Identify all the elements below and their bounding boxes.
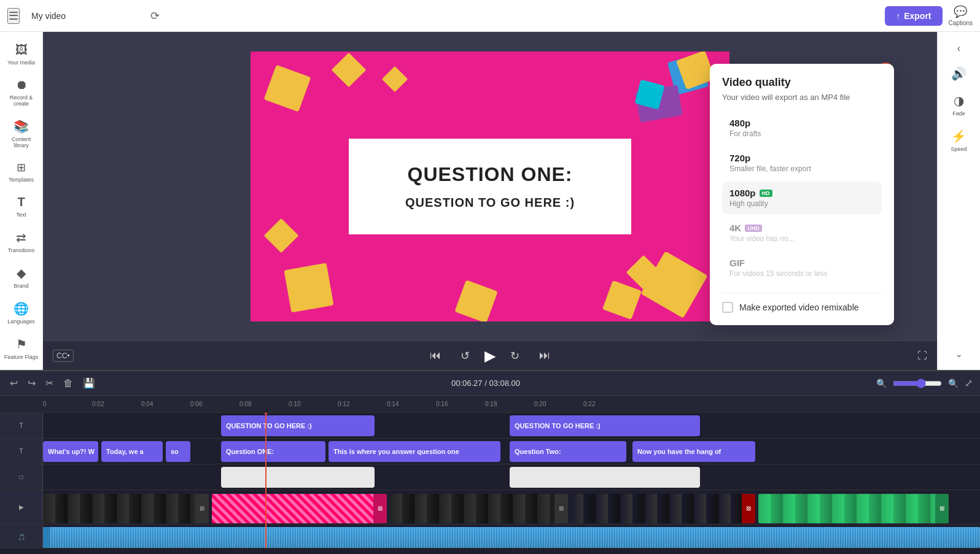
feature-flags-icon: ⚑: [16, 337, 27, 352]
remixable-checkbox[interactable]: [722, 302, 733, 313]
skip-forward-button[interactable]: ⏭: [534, 347, 555, 364]
ruler-mark: 0:02: [92, 401, 141, 407]
track-icon: T: [19, 448, 23, 455]
sidebar-item-label: Brand: [14, 283, 28, 289]
video-segment-1[interactable]: ⊠: [43, 494, 209, 523]
right-sidebar-expand[interactable]: ⌄: [939, 344, 979, 364]
expand-timeline-button[interactable]: ⤢: [965, 377, 973, 389]
menu-button[interactable]: ☰: [7, 8, 20, 24]
video-segment-5[interactable]: ⊠: [758, 494, 949, 523]
sidebar-item-templates[interactable]: ⊞ Templates: [2, 156, 41, 188]
ruler-mark: 0:10: [289, 401, 338, 407]
track-row-video: ▶ ⊠ ⊠ ⊠: [0, 490, 980, 525]
quality-dropdown-subtitle: Your video will export as an MP4 file: [722, 93, 882, 102]
sidebar-item-brand-kit[interactable]: ◆ Brand: [2, 261, 41, 294]
clip-whitebox-1[interactable]: [221, 467, 375, 488]
quality-option-480p[interactable]: 480p For drafts: [722, 112, 882, 144]
rewind-5-button[interactable]: ↺: [456, 347, 475, 365]
right-sidebar: ‹ 🔊 ◑ Fade ⚡ Speed ⌄: [937, 32, 980, 370]
clip-so[interactable]: so: [166, 441, 190, 462]
video-segment-4[interactable]: ⊠: [571, 494, 755, 523]
video-segment-3[interactable]: ⊠: [390, 494, 568, 523]
remixable-label: Make exported video remixable: [739, 302, 859, 312]
quality-dropdown: Video quality Your video will export as …: [710, 64, 894, 325]
quality-option-1080p[interactable]: 1080p HD High quality: [722, 182, 882, 214]
undo-button[interactable]: ↩: [7, 375, 20, 391]
ruler-mark: 0:12: [338, 401, 387, 407]
sidebar-item-feature-flags[interactable]: ⚑ Feature Flags: [2, 332, 41, 365]
transitions-icon: ⇄: [16, 230, 26, 245]
track-icon: 🎵: [18, 534, 25, 541]
clip-whatsup[interactable]: What's up?! W: [43, 441, 98, 462]
sidebar-item-label: Record & create: [4, 94, 39, 107]
zoom-controls: 🔍 🔍 ⤢: [874, 376, 973, 391]
sidebar-item-content-library[interactable]: 📚 Content library: [2, 114, 41, 153]
question-subtitle: QUESTION TO GO HERE :): [367, 196, 613, 210]
right-sidebar-speed[interactable]: ⚡ Speed: [939, 124, 979, 157]
forward-5-button[interactable]: ↻: [505, 347, 524, 365]
content-library-icon: 📚: [14, 119, 29, 134]
brand-kit-icon: ◆: [17, 266, 26, 280]
zoom-in-button[interactable]: 🔍: [946, 376, 961, 391]
video-segment-2[interactable]: ⊠: [212, 494, 387, 523]
track-row-text-clips: T What's up?! W Today, we a so Question …: [0, 439, 980, 464]
audio-waveform[interactable]: [43, 527, 980, 548]
expand-icon: ⌄: [955, 349, 963, 359]
track-content-video: ⊠ ⊠ ⊠ ⊠: [43, 493, 980, 525]
clip-question-two[interactable]: Question Two:: [510, 441, 626, 462]
sidebar-item-languages[interactable]: 🌐 Languages: [2, 296, 41, 329]
clip-question-one[interactable]: Question ONE:: [221, 441, 325, 462]
ruler-mark: 0:08: [239, 401, 289, 407]
play-button[interactable]: ▶: [484, 347, 496, 364]
main-layout: 🖼 Your media ⏺ Record & create 📚 Content…: [0, 32, 980, 370]
fade-icon: ◑: [954, 93, 964, 108]
quality-option-720p[interactable]: 720p Smaller file, faster export: [722, 147, 882, 179]
track-row-audio: 🎵: [0, 525, 980, 548]
sidebar-item-record-create[interactable]: ⏺ Record & create: [2, 73, 41, 112]
sidebar-item-label: Feature Flags: [4, 354, 39, 360]
right-sidebar-fade[interactable]: ◑ Fade: [939, 88, 979, 121]
right-sidebar-volume[interactable]: 🔊: [939, 61, 979, 86]
volume-icon: 🔊: [951, 66, 966, 81]
ruler-mark: 0:20: [534, 401, 583, 407]
sidebar-item-your-media[interactable]: 🖼 Your media: [2, 38, 41, 71]
clip-today[interactable]: Today, we a: [101, 441, 163, 462]
video-title-input[interactable]: [26, 8, 144, 24]
clip-whitebox-2[interactable]: [510, 467, 700, 488]
video-controls: CC• ⏮ ↺ ▶ ↻ ⏭ ⛶: [43, 340, 937, 370]
delete-button[interactable]: 🗑: [61, 375, 76, 391]
quality-option-4k: 4K UHD Your video has no...: [722, 217, 882, 249]
captions-button[interactable]: 💬 Captions: [949, 5, 973, 26]
redo-button[interactable]: ↪: [25, 375, 38, 391]
clip-now-you-have[interactable]: Now you have the hang of: [632, 441, 755, 462]
sidebar-item-label: Languages: [7, 318, 35, 325]
cut-button[interactable]: ✂: [43, 375, 56, 391]
zoom-slider[interactable]: [893, 379, 942, 388]
clip-question-2[interactable]: QUESTION TO GO HERE :): [510, 415, 700, 436]
sidebar-item-text[interactable]: T Text: [2, 190, 41, 223]
question-title: QUESTION ONE:: [367, 163, 613, 186]
ruler-mark: 0:06: [190, 401, 239, 407]
fade-label: Fade: [952, 110, 965, 117]
save-frame-button[interactable]: 💾: [80, 375, 98, 391]
canvas-area: QUESTION ONE: QUESTION TO GO HERE :) Vid…: [43, 32, 937, 340]
skip-back-button[interactable]: ⏮: [425, 347, 446, 364]
save-icon[interactable]: ⟳: [150, 9, 160, 23]
timeline-time-display: 00:06.27 / 03:08.00: [103, 379, 869, 388]
clip-question-1[interactable]: QUESTION TO GO HERE :): [221, 415, 375, 436]
right-sidebar-collapse[interactable]: ‹: [939, 38, 979, 59]
fullscreen-button[interactable]: ⛶: [917, 350, 927, 361]
uhd-badge: UHD: [745, 225, 762, 232]
sidebar-item-transitions[interactable]: ⇄ Transitions: [2, 225, 41, 258]
zoom-out-button[interactable]: 🔍: [874, 376, 889, 391]
clip-this-is-where[interactable]: This is where you answer question one: [329, 441, 500, 462]
export-button[interactable]: ↑ Export: [885, 6, 942, 26]
sidebar-item-label: Content library: [4, 136, 39, 148]
quality-option-gif: GIF For videos 15 seconds or less: [722, 252, 882, 284]
languages-icon: 🌐: [14, 301, 29, 316]
export-icon: ↑: [896, 11, 900, 21]
timeline-scrollbar[interactable]: [0, 548, 980, 554]
ruler-mark: 0:18: [485, 401, 534, 407]
cc-button[interactable]: CC•: [53, 350, 74, 362]
templates-icon: ⊞: [17, 161, 26, 174]
